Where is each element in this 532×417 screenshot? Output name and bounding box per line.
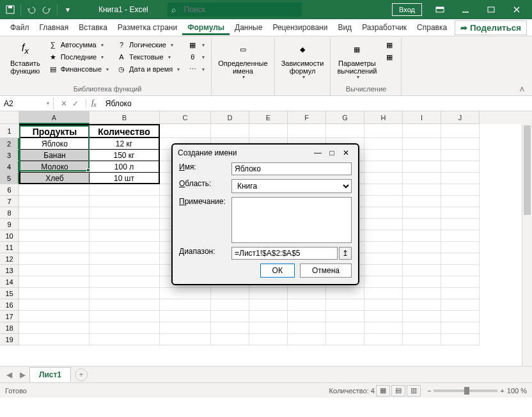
- cell[interactable]: [90, 184, 160, 196]
- search-input[interactable]: [168, 3, 302, 17]
- cell[interactable]: [19, 276, 90, 288]
- calc-now-button[interactable]: ▦: [382, 39, 397, 51]
- cell[interactable]: [441, 299, 480, 311]
- cell[interactable]: [403, 161, 441, 173]
- tab-page-layout[interactable]: Разметка страни: [113, 20, 182, 35]
- row-header[interactable]: 12: [0, 253, 19, 265]
- math-button[interactable]: θ: [185, 51, 207, 63]
- column-header[interactable]: I: [403, 111, 441, 124]
- dialog-close-icon[interactable]: ✕: [339, 148, 353, 157]
- cell[interactable]: [364, 276, 403, 288]
- cell[interactable]: [364, 173, 403, 184]
- cell[interactable]: [90, 299, 160, 311]
- tab-view[interactable]: Вид: [332, 20, 357, 35]
- vertical-scrollbar[interactable]: [522, 124, 532, 366]
- datetime-button[interactable]: ◷Дата и время: [114, 63, 182, 75]
- text-button[interactable]: AТекстовые: [114, 51, 182, 63]
- dialog-minimize-icon[interactable]: —: [311, 148, 325, 157]
- page-layout-view-icon[interactable]: ▤: [391, 385, 405, 397]
- cell[interactable]: [441, 334, 480, 345]
- cell[interactable]: [364, 138, 403, 150]
- cell[interactable]: [364, 184, 403, 196]
- cell[interactable]: [403, 196, 441, 207]
- name-input[interactable]: [231, 162, 352, 175]
- cell[interactable]: [403, 276, 441, 288]
- cell[interactable]: [364, 299, 403, 311]
- row-header[interactable]: 5: [0, 173, 19, 184]
- cell[interactable]: [19, 207, 90, 219]
- cell[interactable]: [441, 138, 480, 150]
- cell[interactable]: [441, 184, 480, 196]
- sheet-nav-prev-icon[interactable]: ◀: [3, 370, 16, 379]
- row-header[interactable]: 2: [0, 138, 19, 150]
- cell[interactable]: [403, 150, 441, 161]
- fx-icon[interactable]: fx: [86, 98, 102, 108]
- cell[interactable]: [326, 288, 364, 299]
- cell[interactable]: [364, 311, 403, 322]
- cell[interactable]: Молоко: [19, 161, 90, 173]
- range-input[interactable]: [231, 247, 338, 260]
- cell[interactable]: [90, 253, 160, 265]
- cell[interactable]: [90, 242, 160, 253]
- cell[interactable]: [441, 253, 480, 265]
- tab-developer[interactable]: Разработчик: [357, 20, 412, 35]
- cell[interactable]: 150 кг: [90, 150, 160, 161]
- row-header[interactable]: 14: [0, 276, 19, 288]
- cell[interactable]: [441, 161, 480, 173]
- cell[interactable]: [403, 242, 441, 253]
- cell[interactable]: [403, 173, 441, 184]
- cell[interactable]: [211, 288, 249, 299]
- cell[interactable]: [326, 124, 364, 138]
- row-header[interactable]: 1: [0, 124, 19, 138]
- cell[interactable]: [90, 276, 160, 288]
- cancel-button[interactable]: Отмена: [300, 264, 352, 278]
- cell[interactable]: [441, 242, 480, 253]
- cancel-formula-icon[interactable]: ✕: [59, 99, 69, 108]
- zoom-in-button[interactable]: +: [500, 387, 504, 395]
- cell[interactable]: [19, 288, 90, 299]
- cell[interactable]: 12 кг: [90, 138, 160, 150]
- select-all-corner[interactable]: [0, 111, 19, 124]
- defined-names-button[interactable]: ▭Определенные имена: [215, 39, 270, 82]
- zoom-percent[interactable]: 100 %: [507, 387, 527, 395]
- close-icon[interactable]: [504, 0, 529, 19]
- cell[interactable]: [19, 219, 90, 230]
- column-header[interactable]: F: [288, 111, 326, 124]
- row-header[interactable]: 16: [0, 299, 19, 311]
- autosum-button[interactable]: ∑Автосумма: [45, 39, 111, 51]
- cell[interactable]: [364, 161, 403, 173]
- tab-data[interactable]: Данные: [230, 20, 267, 35]
- cell[interactable]: [403, 124, 441, 138]
- cell[interactable]: [211, 322, 249, 334]
- cell[interactable]: [90, 322, 160, 334]
- cell[interactable]: [364, 230, 403, 242]
- formula-input[interactable]: [102, 98, 532, 109]
- cell[interactable]: [441, 207, 480, 219]
- cell[interactable]: [160, 322, 211, 334]
- name-box[interactable]: A2: [0, 98, 54, 109]
- cell[interactable]: [90, 196, 160, 207]
- row-header[interactable]: 6: [0, 184, 19, 196]
- cell[interactable]: [441, 265, 480, 276]
- cell[interactable]: [441, 276, 480, 288]
- cell[interactable]: [288, 288, 326, 299]
- cell[interactable]: [160, 299, 211, 311]
- cell[interactable]: [288, 334, 326, 345]
- dialog-maximize-icon[interactable]: □: [325, 148, 339, 157]
- cell[interactable]: [19, 230, 90, 242]
- cell[interactable]: [364, 124, 403, 138]
- cell[interactable]: [90, 230, 160, 242]
- cell[interactable]: [326, 322, 364, 334]
- cell[interactable]: [19, 184, 90, 196]
- collapse-dialog-icon[interactable]: ↥: [339, 247, 352, 260]
- cell[interactable]: [19, 311, 90, 322]
- cell[interactable]: Яблоко: [19, 138, 90, 150]
- cell[interactable]: [364, 265, 403, 276]
- page-break-view-icon[interactable]: ▥: [407, 385, 421, 397]
- ribbon-options-icon[interactable]: [427, 0, 453, 19]
- cell[interactable]: [90, 311, 160, 322]
- cell[interactable]: [90, 207, 160, 219]
- enter-formula-icon[interactable]: ✓: [70, 99, 81, 108]
- insert-function-button[interactable]: fx Вставить функцию: [8, 39, 43, 76]
- tab-review[interactable]: Рецензировани: [267, 20, 332, 35]
